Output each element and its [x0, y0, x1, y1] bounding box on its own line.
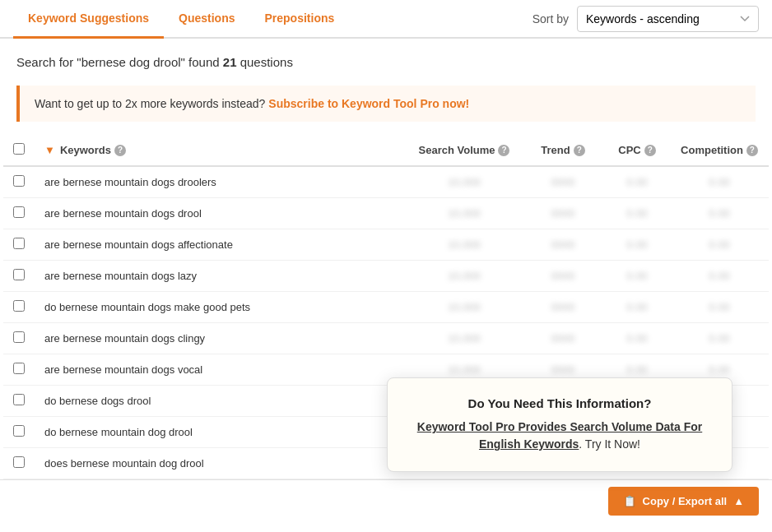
row-checkbox-2[interactable] — [13, 238, 25, 249]
cpc-cell: 0.00 — [604, 166, 670, 198]
tab-questions[interactable]: Questions — [164, 0, 249, 39]
trend-cell: 0000 — [522, 166, 604, 198]
trend-cell: 0000 — [522, 292, 604, 323]
keyword-cell: are bernese mountain dogs droolers — [35, 166, 407, 198]
tooltip-title: Do You Need This Information? — [407, 396, 712, 410]
competition-cell: 0.00 — [670, 166, 769, 198]
row-checkbox-3[interactable] — [13, 269, 25, 280]
tab-keyword-suggestions[interactable]: Keyword Suggestions — [13, 0, 164, 39]
row-checkbox-4[interactable] — [13, 300, 25, 312]
keyword-cell: do bernese dogs drool — [35, 386, 407, 417]
col-volume-header: Search Volume — [419, 144, 495, 156]
keyword-cell: are bernese mountain dogs vocal — [35, 354, 407, 386]
tooltip-popup: Do You Need This Information? Keyword To… — [387, 377, 732, 472]
sort-area: Sort by Keywords - ascendingKeywords - d… — [532, 6, 759, 32]
keywords-help-icon[interactable]: ? — [114, 145, 126, 156]
sort-label: Sort by — [532, 12, 569, 25]
cpc-cell: 0.00 — [604, 292, 670, 323]
col-keywords-header: Keywords — [60, 144, 111, 156]
trend-cell: 0000 — [522, 229, 604, 261]
competition-cell: 0.00 — [670, 261, 769, 292]
competition-cell: 0.00 — [670, 323, 769, 354]
cpc-help-icon[interactable]: ? — [644, 145, 656, 156]
copy-export-button[interactable]: 📋 Copy / Export all ▲ — [608, 487, 759, 516]
table-row: are bernese mountain dogs lazy 10,000 00… — [3, 261, 769, 292]
row-checkbox-5[interactable] — [13, 331, 25, 343]
keyword-cell: are bernese mountain dogs affectionate — [35, 229, 407, 261]
keyword-cell: do bernese mountain dog drool — [35, 417, 407, 448]
row-checkbox-1[interactable] — [13, 206, 25, 218]
col-trend-header: Trend — [541, 144, 570, 156]
keyword-cell: do bernese mountain dogs make good pets — [35, 292, 407, 323]
select-all-checkbox[interactable] — [13, 143, 25, 155]
promo-link[interactable]: Subscribe to Keyword Tool Pro now! — [268, 97, 469, 110]
promo-banner: Want to get up to 2x more keywords inste… — [16, 86, 756, 122]
sort-select[interactable]: Keywords - ascendingKeywords - descendin… — [577, 6, 759, 32]
competition-cell: 0.00 — [670, 229, 769, 261]
tooltip-body: Keyword Tool Pro Provides Search Volume … — [407, 419, 712, 453]
keyword-cell: are bernese mountain dogs drool — [35, 198, 407, 229]
volume-cell: 10,000 — [407, 229, 522, 261]
result-summary: Search for "bernese dog drool" found 21 … — [0, 39, 772, 77]
tooltip-link[interactable]: Keyword Tool Pro Provides Search Volume … — [417, 420, 702, 451]
sort-indicator: ▼ — [44, 144, 55, 156]
volume-cell: 10,000 — [407, 323, 522, 354]
volume-cell: 10,000 — [407, 261, 522, 292]
cpc-cell: 0.00 — [604, 261, 670, 292]
table-row: are bernese mountain dogs clingy 10,000 … — [3, 323, 769, 354]
chevron-up-icon: ▲ — [733, 495, 744, 507]
row-checkbox-0[interactable] — [13, 175, 25, 187]
keyword-cell: are bernese mountain dogs clingy — [35, 323, 407, 354]
table-row: are bernese mountain dogs drool 10,000 0… — [3, 198, 769, 229]
trend-cell: 0000 — [522, 323, 604, 354]
table-row: are bernese mountain dogs affectionate 1… — [3, 229, 769, 261]
cpc-cell: 0.00 — [604, 198, 670, 229]
table-row: do bernese mountain dogs make good pets … — [3, 292, 769, 323]
table-row: are bernese mountain dogs droolers 10,00… — [3, 166, 769, 198]
keyword-cell: does bernese mountain dog drool — [35, 448, 407, 479]
competition-cell: 0.00 — [670, 292, 769, 323]
tab-prepositions[interactable]: Prepositions — [250, 0, 350, 39]
volume-help-icon[interactable]: ? — [498, 145, 509, 156]
row-checkbox-6[interactable] — [13, 363, 25, 374]
col-competition-header: Competition — [681, 144, 743, 156]
competition-help-icon[interactable]: ? — [746, 145, 758, 156]
volume-cell: 10,000 — [407, 292, 522, 323]
trend-cell: 0000 — [522, 261, 604, 292]
row-checkbox-9[interactable] — [13, 456, 25, 468]
copy-icon: 📋 — [623, 495, 636, 507]
row-checkbox-8[interactable] — [13, 425, 25, 437]
competition-cell: 0.00 — [670, 198, 769, 229]
footer-bar: 📋 Copy / Export all ▲ — [0, 479, 772, 522]
trend-cell: 0000 — [522, 198, 604, 229]
cpc-cell: 0.00 — [604, 229, 670, 261]
volume-cell: 10,000 — [407, 166, 522, 198]
trend-help-icon[interactable]: ? — [574, 145, 585, 156]
table-wrapper: ▼ Keywords ? Search Volume ? Trend ? — [0, 135, 772, 479]
keyword-cell: are bernese mountain dogs lazy — [35, 261, 407, 292]
header-tabs: Keyword Suggestions Questions Prepositio… — [0, 0, 772, 39]
cpc-cell: 0.00 — [604, 323, 670, 354]
row-checkbox-7[interactable] — [13, 394, 25, 405]
volume-cell: 10,000 — [407, 198, 522, 229]
col-cpc-header: CPC — [618, 144, 640, 156]
